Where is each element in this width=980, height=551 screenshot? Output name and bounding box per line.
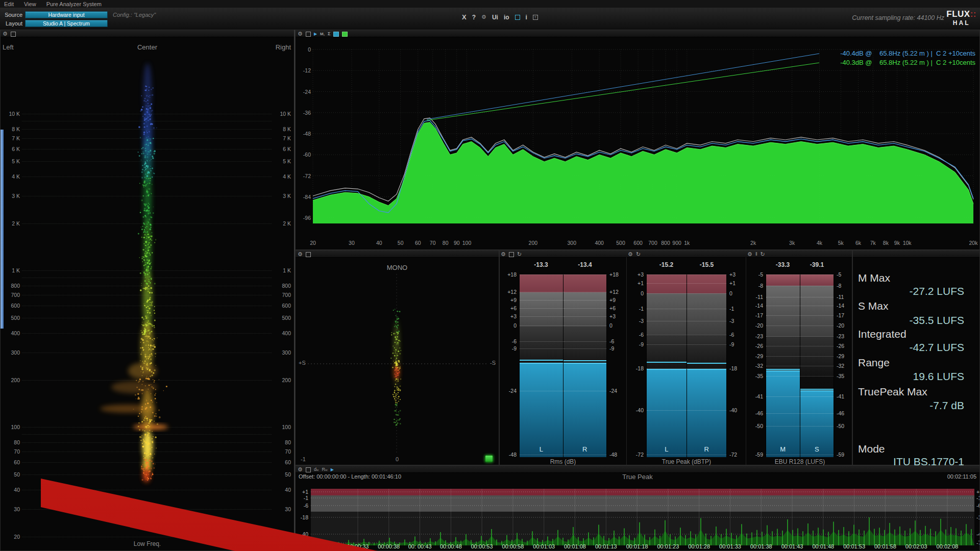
stat-value: -7.7 dB (929, 399, 964, 412)
freq-label-right: 800 (274, 283, 291, 289)
freq-label-left: 600 (3, 303, 20, 309)
svg-text:40: 40 (376, 240, 382, 246)
freq-label-left: 10 K (3, 111, 20, 117)
svg-text:800: 800 (661, 240, 670, 246)
marker1-icon[interactable] (333, 32, 339, 37)
meter-level-fill (687, 369, 727, 457)
settings-icon[interactable]: ⚙ (298, 467, 303, 472)
freq-label-right: 40 (274, 487, 291, 493)
play-icon[interactable]: ▶ (331, 468, 334, 472)
refresh-icon[interactable]: ↻ (761, 252, 765, 257)
fullscreen-icon[interactable] (509, 252, 514, 257)
svg-text:-40: -40 (301, 531, 308, 537)
settings-icon[interactable]: ⚙ (3, 31, 8, 37)
stat-label-integrated: Integrated (858, 328, 906, 340)
svg-text:300: 300 (568, 240, 577, 246)
source-select[interactable]: Hardware input (25, 11, 108, 18)
meter-truepeak: ⚙↻-15.2-15.5+3+10-1-3-6-9-18-40-72LR+3+1… (626, 257, 746, 465)
menu-item-pure-analyzer-system[interactable]: Pure Analyzer System (46, 1, 102, 7)
svg-text:600: 600 (633, 240, 643, 246)
svg-text:700: 700 (648, 240, 657, 246)
meter-value: -13.4 (563, 261, 607, 268)
svg-text:-72: -72 (301, 540, 308, 546)
freq-label-left: 4 K (3, 173, 20, 180)
channel-label: R (687, 445, 727, 453)
meter-peak-hold (520, 360, 563, 361)
freq-label-right: 3 K (274, 193, 291, 199)
freq-label-left: 8 K (3, 126, 20, 132)
scope-active-button[interactable] (485, 455, 493, 462)
stat-value: 19.6 LUFS (913, 370, 964, 383)
settings-icon[interactable]: ⚙ (501, 252, 506, 257)
meter-peak-hold (564, 360, 607, 361)
freq-label-left: 80 (3, 439, 20, 445)
timeline-timestamp: 00:01:28 (688, 543, 710, 549)
close-icon[interactable]: X (462, 14, 467, 20)
svg-text:10k: 10k (903, 240, 912, 246)
menu-item-edit[interactable]: Edit (4, 1, 14, 7)
svg-text:-36: -36 (303, 110, 311, 116)
stats-header (853, 251, 979, 258)
svg-text:50: 50 (398, 240, 404, 246)
r-tc-icon[interactable]: Rtc (322, 467, 328, 472)
meter-ebu: ⚙‖↻-33.3-39.1-5-8-11-14-17-20-23-26-29-3… (746, 257, 853, 465)
meter-level-fill (647, 369, 687, 457)
freq-label-right: 1 K (274, 267, 291, 273)
svg-text:500: 500 (616, 240, 625, 246)
play-icon[interactable]: ▶ (314, 32, 317, 36)
timeline-timestamp: 00:00:38 (378, 543, 400, 549)
svg-text:-1: -1 (304, 495, 308, 501)
meter-bar-M: M (766, 274, 800, 457)
ui-icon[interactable]: Ui (492, 14, 498, 20)
timeline-timestamp: 00: 00:43 (408, 543, 432, 549)
text-window-icon[interactable]: T (533, 15, 538, 20)
scroll-indicator[interactable] (1, 130, 4, 329)
refresh-icon[interactable]: ↻ (517, 252, 522, 257)
timeline-timestamp: 00:02:08 (937, 543, 959, 549)
pause-icon[interactable]: ‖ (755, 252, 757, 257)
peak-readout-green: -40.3dB @ 65.8Hz (5.22 m ) | C 2 +10cent… (840, 59, 975, 66)
channel-label: L (647, 445, 687, 453)
info-icon[interactable]: i (526, 14, 527, 20)
sigma-icon[interactable]: Σ (328, 32, 330, 36)
settings-icon[interactable]: ⚙ (298, 252, 303, 257)
svg-text:9k: 9k (894, 240, 900, 246)
settings-icon[interactable]: ⚙ (628, 252, 633, 257)
svg-text:200: 200 (529, 240, 538, 246)
menu-item-view[interactable]: View (24, 1, 36, 7)
fullscreen-icon[interactable] (306, 467, 311, 472)
m-sum-icon[interactable]: M, (320, 32, 325, 36)
channel-label: M (766, 445, 800, 453)
fullscreen-icon[interactable] (306, 252, 311, 257)
meter-scale-right: -5-8-11-14-17-20-23-26-29-32-35-41-46-50… (834, 274, 853, 457)
svg-text:-18: -18 (301, 514, 308, 520)
spectrogram-waterfall (1, 30, 295, 550)
freq-label-left: 100 (3, 424, 20, 430)
help-icon[interactable]: ? (472, 14, 476, 20)
meter-value: -13.3 (519, 261, 563, 268)
marker2-icon[interactable] (342, 32, 348, 37)
stat-value: -42.7 LUFS (910, 341, 964, 354)
freq-label-right: 30 (274, 506, 291, 512)
fullscreen-icon[interactable] (306, 32, 311, 37)
meter-caption: Rms (dB) (500, 458, 626, 465)
freq-label-right: 5 K (274, 158, 291, 164)
settings-icon[interactable]: ⚙ (747, 252, 752, 257)
svg-text:-18: -18 (976, 514, 979, 520)
svg-text:90: 90 (454, 240, 460, 246)
refresh-icon[interactable]: ↻ (636, 252, 641, 257)
layout-select[interactable]: Studio A | Spectrum (25, 20, 108, 27)
settings-icon[interactable]: ⚙ (298, 31, 303, 37)
d-tc-icon[interactable]: dtc (314, 467, 319, 472)
fullscreen-teal-icon[interactable] (515, 15, 520, 20)
meter-bar-L: L (520, 274, 564, 457)
freq-label-left: 3 K (3, 193, 20, 199)
settings-icon[interactable]: ⚙ (481, 14, 486, 20)
timeline-timestamp: 00:01:13 (595, 543, 617, 549)
config-label: Config.: "Legacy" (113, 12, 156, 18)
source-label: Source (0, 12, 22, 18)
fullscreen-icon[interactable] (11, 32, 16, 37)
freq-label-left: 500 (3, 315, 20, 321)
timeline-timestamp: 00:01:08 (564, 543, 586, 549)
io-icon[interactable]: io (504, 14, 509, 20)
